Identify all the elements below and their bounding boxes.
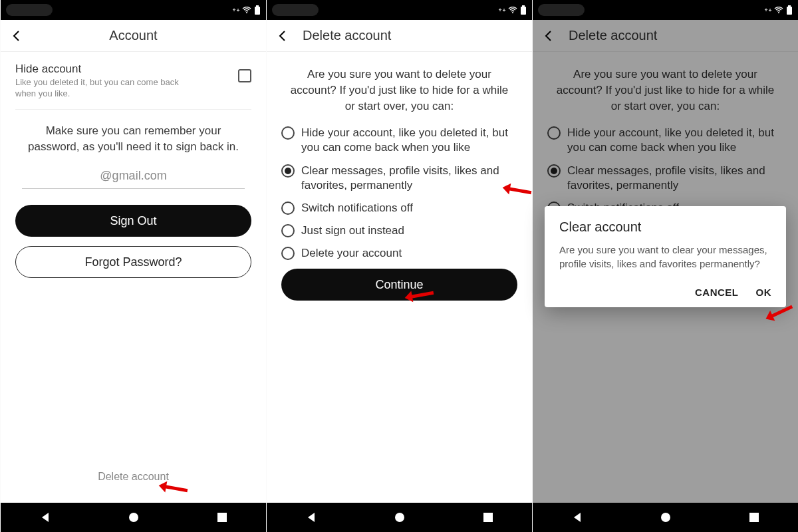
screen-delete-options: Delete account Are you sure you want to … xyxy=(266,0,532,532)
svg-point-10 xyxy=(778,12,779,13)
nav-home-icon[interactable] xyxy=(660,511,672,523)
radio-icon xyxy=(281,126,295,140)
content: Are you sure you want to delete your acc… xyxy=(267,52,532,503)
option-label: Delete your account xyxy=(301,246,402,261)
svg-rect-9 xyxy=(483,513,493,522)
battery-icon xyxy=(254,5,261,15)
dialog-ok-button[interactable]: OK xyxy=(756,287,772,298)
arrows-icon xyxy=(499,7,505,13)
header: Delete account xyxy=(267,20,532,52)
radio-icon-selected xyxy=(281,164,295,178)
nav-back-icon[interactable] xyxy=(305,511,317,523)
radio-icon xyxy=(281,224,295,237)
option-notifications[interactable]: Switch notifications off xyxy=(281,201,517,215)
nav-bar xyxy=(267,503,532,532)
camera-cutout xyxy=(272,4,319,16)
camera-cutout xyxy=(6,4,53,16)
page-title: Delete account xyxy=(291,28,524,43)
screen-account: Account Hide account Like you deleted it… xyxy=(0,0,266,532)
screen-clear-dialog: Delete account Are you sure you want to … xyxy=(532,0,798,532)
svg-rect-14 xyxy=(749,513,759,522)
nav-recent-icon[interactable] xyxy=(748,511,760,523)
battery-icon xyxy=(786,5,793,15)
forgot-password-button[interactable]: Forgot Password? xyxy=(15,246,251,278)
hide-account-checkbox[interactable] xyxy=(238,69,251,82)
option-label: Switch notifications off xyxy=(301,201,413,215)
wifi-icon xyxy=(774,7,783,13)
option-delete[interactable]: Delete your account xyxy=(281,246,517,261)
dialog-body: Are you sure you want to clear your mess… xyxy=(559,243,771,271)
hide-account-sub: Like you deleted it, but you can come ba… xyxy=(15,77,188,100)
nav-bar xyxy=(1,503,266,532)
back-button[interactable] xyxy=(275,28,291,44)
svg-point-5 xyxy=(512,12,513,13)
svg-rect-11 xyxy=(787,7,792,15)
continue-button[interactable]: Continue xyxy=(281,269,517,301)
svg-point-3 xyxy=(129,513,138,522)
option-label: Just sign out instead xyxy=(301,223,404,238)
arrows-icon xyxy=(765,7,771,13)
delete-prompt: Are you sure you want to delete your acc… xyxy=(288,66,511,114)
clear-account-dialog: Clear account Are you sure you want to c… xyxy=(545,206,786,307)
svg-rect-1 xyxy=(255,7,260,15)
sign-out-button[interactable]: Sign Out xyxy=(15,205,251,237)
wifi-icon xyxy=(508,7,517,13)
status-bar xyxy=(267,0,532,20)
svg-rect-7 xyxy=(522,5,525,7)
radio-icon xyxy=(281,247,295,260)
status-bar xyxy=(533,0,798,20)
option-signout[interactable]: Just sign out instead xyxy=(281,223,517,238)
svg-rect-4 xyxy=(217,513,227,522)
remember-password-msg: Make sure you can remember your password… xyxy=(21,123,246,155)
content: Hide account Like you deleted it, but yo… xyxy=(1,52,266,503)
svg-point-8 xyxy=(395,513,404,522)
hide-account-label: Hide account xyxy=(15,63,188,76)
nav-back-icon[interactable] xyxy=(571,511,583,523)
option-clear[interactable]: Clear messages, profile visits, likes an… xyxy=(281,164,517,193)
dialog-cancel-button[interactable]: CANCEL xyxy=(695,287,739,298)
nav-recent-icon[interactable] xyxy=(482,511,494,523)
status-bar xyxy=(1,0,266,20)
email-input[interactable]: @gmail.com xyxy=(22,169,245,189)
battery-icon xyxy=(520,5,527,15)
nav-bar xyxy=(533,503,798,532)
header: Account xyxy=(1,20,266,52)
radio-icon xyxy=(281,201,295,215)
dialog-title: Clear account xyxy=(559,219,771,235)
option-label: Clear messages, profile visits, likes an… xyxy=(301,164,517,193)
nav-recent-icon[interactable] xyxy=(216,511,228,523)
svg-rect-6 xyxy=(521,7,526,15)
svg-rect-2 xyxy=(256,5,259,7)
option-label: Hide your account, like you deleted it, … xyxy=(301,126,517,155)
delete-account-link[interactable]: Delete account xyxy=(1,471,266,483)
nav-back-icon[interactable] xyxy=(39,511,51,523)
page-title: Account xyxy=(9,28,258,43)
hide-account-row[interactable]: Hide account Like you deleted it, but yo… xyxy=(15,63,251,110)
wifi-icon xyxy=(242,7,251,13)
svg-point-13 xyxy=(661,513,670,522)
nav-home-icon[interactable] xyxy=(394,511,406,523)
svg-rect-12 xyxy=(788,5,791,7)
option-hide[interactable]: Hide your account, like you deleted it, … xyxy=(281,126,517,155)
arrows-icon xyxy=(233,7,239,13)
camera-cutout xyxy=(538,4,585,16)
svg-point-0 xyxy=(246,12,247,13)
nav-home-icon[interactable] xyxy=(128,511,140,523)
